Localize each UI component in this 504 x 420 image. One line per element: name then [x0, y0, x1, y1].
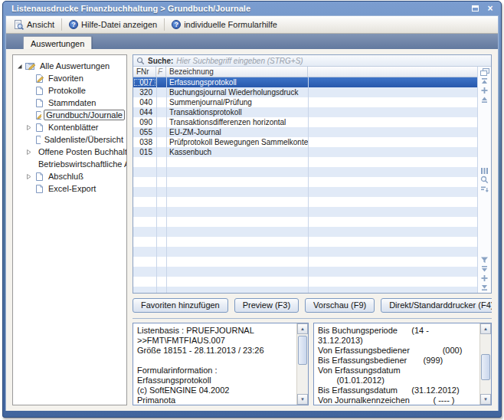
sidebar-item-abschluss[interactable]: Abschluß — [15, 170, 125, 182]
tree-collapsed-icon[interactable] — [25, 173, 32, 180]
close-icon: × — [487, 5, 493, 12]
goto-last-icon[interactable] — [479, 283, 490, 292]
document-icon — [34, 184, 44, 194]
search-label: Suche: — [148, 57, 173, 65]
column-header-bezeichnung[interactable]: Bezeichnung — [166, 67, 308, 77]
column-chooser-icon[interactable] — [479, 67, 490, 77]
list-tool-strip — [477, 67, 491, 293]
action-button-row: Favoriten hinzufügen Preview (F3) Vorsch… — [133, 294, 492, 313]
document-icon — [34, 135, 41, 145]
close-button[interactable]: × — [485, 4, 496, 14]
direkt-standarddrucker-button[interactable]: Direkt/Standarddrucker (F4) — [381, 298, 492, 313]
document-icon — [34, 86, 44, 96]
table-row[interactable]: 090Transaktionsdifferenzen horizontal — [133, 117, 477, 127]
table-row[interactable]: 015Kassenbuch — [133, 147, 477, 157]
search-bar: Suche: — [133, 55, 491, 67]
restore-button[interactable] — [470, 4, 480, 14]
table-header: FNr F Bezeichnung — [133, 67, 477, 77]
table-row-selected[interactable]: 007Erfassungsprotokoll — [133, 77, 477, 87]
table-rows: 007Erfassungsprotokoll 320Buchungsjourna… — [133, 77, 477, 293]
restore-icon — [472, 5, 479, 11]
tab-auswertungen[interactable]: Auswertungen — [23, 36, 92, 49]
scrollbar-thumb[interactable] — [481, 354, 490, 380]
view-magnifier-icon — [14, 20, 24, 30]
table-row[interactable]: 044Transaktionsprotokoll — [133, 107, 477, 117]
sidebar-item-stammdaten[interactable]: Stammdaten — [15, 97, 125, 109]
scroll-up-icon[interactable]: ▲ — [480, 323, 491, 334]
sidebar-item-favoriten[interactable]: Favoriten — [15, 72, 125, 84]
formularhilfe-button[interactable]: ? individuelle Formularhilfe — [167, 18, 282, 31]
app-window: Listenausdrucke Finanzbuchhaltung > Grun… — [2, 1, 502, 418]
list-info-panel: Listenbasis : PRUEFJOURNAL >>FMT\FMTFIAU… — [133, 323, 309, 405]
help-icon: ? — [69, 20, 78, 29]
expand-plus-icon[interactable] — [479, 86, 490, 95]
sidebar-item-kontenblaetter[interactable]: Kontenblätter — [15, 121, 125, 133]
sidebar-item-grundbuch-journale[interactable]: Grundbuch/Journale — [15, 109, 125, 121]
columns-view-icon[interactable] — [479, 166, 490, 176]
filter-icon[interactable] — [479, 255, 490, 264]
scroll-down-icon[interactable]: ▼ — [297, 394, 308, 405]
sidebar-item-saldenliste[interactable]: Saldenliste/Übersicht — [15, 133, 125, 146]
vorschau-button[interactable]: Vorschau (F9) — [305, 298, 375, 313]
search-input[interactable] — [176, 57, 488, 65]
scrollbar-thumb[interactable] — [298, 336, 307, 365]
toolbar: Ansicht ? Hilfe-Datei anzeigen ? individ… — [6, 16, 498, 34]
scroll-down-icon[interactable]: ▼ — [480, 394, 491, 405]
sidebar-item-protokolle[interactable]: Protokolle — [15, 84, 125, 97]
ansicht-button[interactable]: Ansicht — [9, 18, 59, 31]
column-header-f[interactable]: F — [156, 67, 166, 77]
scrollbar[interactable]: ▲ ▼ — [479, 323, 491, 405]
document-icon — [34, 123, 44, 133]
search-icon — [136, 57, 145, 65]
help-icon: ? — [172, 20, 181, 29]
hilfe-datei-button[interactable]: ? Hilfe-Datei anzeigen — [64, 18, 162, 31]
table-row[interactable]: 320Buchungsjournal Wiederholungsdruck — [133, 87, 477, 97]
sidebar-item-betriebswirtschaftliche[interactable]: Betriebswirtschaftliche Auswertungen — [15, 158, 125, 170]
table-row[interactable]: 055EU-ZM-Journal — [133, 127, 477, 137]
scroll-up-icon[interactable]: ▲ — [297, 323, 308, 334]
selected-tree-item: Grundbuch/Journale — [44, 110, 125, 120]
table-row[interactable]: 040Summenjournal/Prüfung — [133, 97, 477, 107]
folder-pencil-icon — [25, 61, 36, 71]
tree-collapsed-icon[interactable] — [25, 124, 32, 131]
document-pencil-icon — [34, 74, 44, 84]
page-up-icon[interactable] — [479, 95, 490, 104]
page-down-icon[interactable] — [479, 264, 490, 274]
magnifier-icon[interactable] — [479, 176, 490, 185]
scrollbar[interactable]: ▲ ▼ — [296, 323, 308, 405]
tree-expanded-icon[interactable] — [16, 63, 23, 70]
window-title: Listenausdrucke Finanzbuchhaltung > Grun… — [11, 4, 470, 13]
table-row[interactable]: 038Prüfprotokoll Bewegungen Sammelkonten — [133, 137, 477, 147]
document-icon — [34, 98, 44, 108]
document-pencil-icon — [34, 110, 41, 120]
toolbar-separator — [61, 18, 62, 31]
parameter-info-text: Bis Buchungsperiode (14 - 31.12.2013) Vo… — [314, 323, 479, 405]
preview-button[interactable]: Preview (F3) — [234, 298, 299, 313]
collapse-plus-icon[interactable] — [479, 274, 490, 283]
list-info-text: Listenbasis : PRUEFJOURNAL >>FMT\FMTFIAU… — [133, 323, 296, 405]
toolbar-separator — [164, 18, 165, 31]
sidebar-tree: Alle Auswertungen Favoriten Protokolle S… — [12, 54, 127, 405]
parameter-info-panel: Bis Buchungsperiode (14 - 31.12.2013) Vo… — [313, 323, 492, 405]
goto-first-icon[interactable] — [479, 77, 490, 86]
sort-icon[interactable] — [479, 185, 490, 194]
sidebar-item-excel-export[interactable]: Excel-Export — [15, 182, 125, 195]
favoriten-hinzufuegen-button[interactable]: Favoriten hinzufügen — [133, 298, 228, 313]
tab-strip: Auswertungen — [6, 34, 498, 49]
tree-collapsed-icon[interactable] — [25, 149, 32, 156]
sidebar-item-offene-posten[interactable]: Offene Posten Buchhaltung — [15, 146, 125, 158]
column-header-empty — [308, 67, 477, 77]
empty-rows-area — [133, 157, 477, 293]
sidebar-item-alle-auswertungen[interactable]: Alle Auswertungen — [15, 60, 125, 72]
report-list-panel: Suche: FNr F Bezeichnung — [133, 54, 492, 294]
document-icon — [34, 172, 44, 182]
column-header-fnr[interactable]: FNr — [133, 67, 156, 77]
title-bar: Listenausdrucke Finanzbuchhaltung > Grun… — [5, 2, 499, 15]
